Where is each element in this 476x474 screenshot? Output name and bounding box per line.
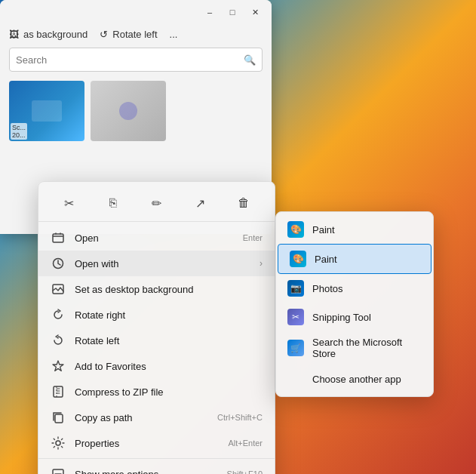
search-input[interactable] xyxy=(16,54,244,66)
svg-rect-0 xyxy=(53,234,63,242)
set-background-label: Set as desktop background xyxy=(75,284,263,295)
open-shortcut: Enter xyxy=(243,233,263,242)
open-with-icon xyxy=(51,256,66,271)
search-bar[interactable]: 🔍 xyxy=(9,48,263,72)
add-favorites-label: Add to Favorites xyxy=(75,361,263,372)
photo-thumbnail-1[interactable]: Sc...20... xyxy=(9,81,84,141)
close-button[interactable]: ✕ xyxy=(244,5,266,20)
paint-app-icon-2: 🎨 xyxy=(290,251,306,267)
rotate-left-icon2 xyxy=(51,333,66,348)
search-icon: 🔍 xyxy=(244,54,256,66)
photo-thumbnail-2[interactable] xyxy=(91,81,166,141)
copy-path-shortcut: Ctrl+Shift+C xyxy=(217,413,263,422)
compress-zip-label: Compress to ZIP file xyxy=(75,386,263,398)
set-bg-icon xyxy=(51,282,66,297)
context-separator xyxy=(38,458,275,459)
properties-shortcut: Alt+Enter xyxy=(228,439,263,448)
set-background-button[interactable]: 🖼 as background xyxy=(9,29,88,40)
open-icon xyxy=(51,230,66,245)
submenu-microsoft-store[interactable]: 🛒 Search the Microsoft Store xyxy=(276,331,433,365)
set-background-label: as background xyxy=(23,29,88,40)
submenu-snipping-tool[interactable]: ✂ Snipping Tool xyxy=(276,303,433,331)
paint-1-icon: 🎨 xyxy=(287,220,305,239)
title-bar: – □ ✕ xyxy=(0,0,272,24)
more-options-label: Show more options xyxy=(75,469,218,475)
microsoft-store-label: Search the Microsoft Store xyxy=(312,337,422,359)
context-menu-toolbar: ✂ ⎘ ✏ ↗ 🗑 xyxy=(38,185,275,222)
snipping-tool-label: Snipping Tool xyxy=(312,312,371,323)
paint-1-label: Paint xyxy=(312,224,335,235)
open-with-label: Open with xyxy=(75,258,250,269)
paint-2-icon: 🎨 xyxy=(289,250,307,268)
snipping-tool-icon: ✂ xyxy=(287,308,305,326)
store-icon: 🛒 xyxy=(287,339,305,357)
context-properties[interactable]: Properties Alt+Enter xyxy=(38,430,275,456)
window-controls: – □ ✕ xyxy=(199,5,266,20)
delete-button[interactable]: 🗑 xyxy=(230,191,257,215)
paint-2-label: Paint xyxy=(315,254,337,265)
context-compress-zip[interactable]: Compress to ZIP file xyxy=(38,379,275,405)
photos-app-icon: 📷 xyxy=(287,280,304,297)
context-more-options[interactable]: Show more options Shift+F10 xyxy=(38,461,275,474)
context-add-favorites[interactable]: Add to Favorites xyxy=(38,353,275,379)
edit-button[interactable]: ✏ xyxy=(143,191,170,215)
choose-another-icon xyxy=(287,370,305,388)
properties-label: Properties xyxy=(75,438,219,449)
svg-rect-4 xyxy=(55,414,63,423)
context-open-with[interactable]: Open with › xyxy=(38,251,275,276)
svg-point-5 xyxy=(56,441,60,445)
submenu-open-with: 🎨 Paint 🎨 Paint 📷 Photos ✂ Snipping Tool… xyxy=(275,211,434,397)
more-options-icon xyxy=(51,466,66,474)
open-label: Open xyxy=(75,232,234,244)
properties-icon xyxy=(51,436,66,451)
copy-button[interactable]: ⎘ xyxy=(100,191,127,215)
context-copy-path[interactable]: Copy as path Ctrl+Shift+C xyxy=(38,405,275,430)
context-set-background[interactable]: Set as desktop background xyxy=(38,276,275,302)
rotate-left-label: Rotate left xyxy=(112,29,157,40)
rotate-right-label: Rotate right xyxy=(75,309,263,321)
more-options-button[interactable]: ... xyxy=(170,29,178,40)
favorites-icon xyxy=(51,359,66,374)
choose-another-label: Choose another app xyxy=(312,374,401,385)
rotate-left-label: Rotate left xyxy=(75,335,263,346)
photos-label: Photos xyxy=(312,283,342,294)
paint-app-icon-1: 🎨 xyxy=(287,221,304,238)
zip-icon xyxy=(51,384,66,399)
rotate-left-button[interactable]: ↺ Rotate left xyxy=(100,29,157,40)
more-icon: ... xyxy=(170,29,178,40)
rotate-right-icon xyxy=(51,307,66,322)
snipping-app-icon: ✂ xyxy=(287,309,304,325)
rotate-left-icon: ↺ xyxy=(100,29,108,40)
context-menu: ✂ ⎘ ✏ ↗ 🗑 Open Enter Open with › Se xyxy=(38,181,275,474)
photo-grid: Sc...20... xyxy=(0,75,272,147)
submenu-choose-another[interactable]: Choose another app xyxy=(276,365,433,393)
copy-path-label: Copy as path xyxy=(75,412,208,423)
cut-button[interactable]: ✂ xyxy=(56,191,83,215)
submenu-photos[interactable]: 📷 Photos xyxy=(276,274,433,303)
submenu-paint-2[interactable]: 🎨 Paint xyxy=(278,244,431,274)
submenu-paint-1[interactable]: 🎨 Paint xyxy=(276,215,433,244)
context-rotate-right[interactable]: Rotate right xyxy=(38,302,275,328)
context-open[interactable]: Open Enter xyxy=(38,225,275,251)
store-app-icon: 🛒 xyxy=(287,340,304,356)
copy-path-icon xyxy=(51,410,66,425)
svg-rect-6 xyxy=(53,469,63,474)
photos-icon: 📷 xyxy=(287,279,305,297)
share-button[interactable]: ↗ xyxy=(186,191,213,215)
maximize-button[interactable]: □ xyxy=(222,5,243,20)
photo-label-1: Sc...20... xyxy=(11,123,27,140)
more-options-shortcut: Shift+F10 xyxy=(227,469,263,474)
minimize-button[interactable]: – xyxy=(199,5,220,20)
svg-rect-3 xyxy=(54,386,63,397)
context-rotate-left[interactable]: Rotate left xyxy=(38,328,275,353)
photo-viewer-toolbar: 🖼 as background ↺ Rotate left ... xyxy=(0,24,272,45)
open-with-arrow: › xyxy=(259,258,263,269)
set-background-icon: 🖼 xyxy=(9,29,19,40)
